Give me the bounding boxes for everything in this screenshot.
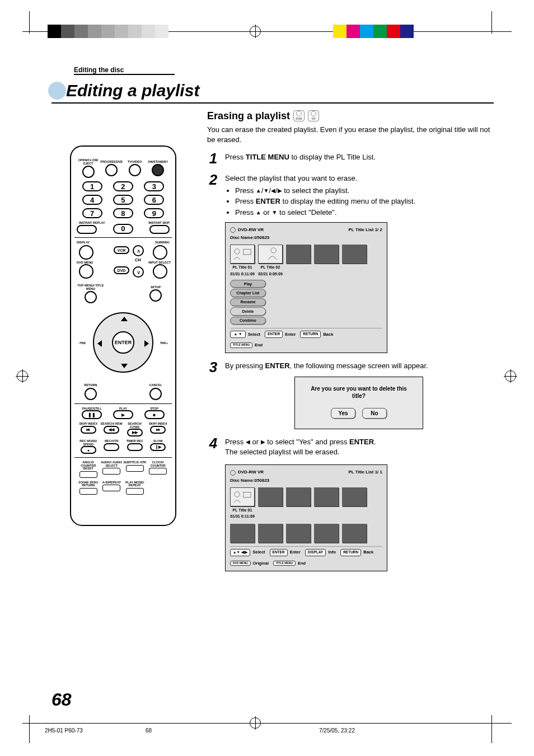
menu-combine: Combine	[230, 317, 266, 325]
footer-page: 68	[146, 727, 152, 734]
empty-slot	[286, 524, 311, 543]
digit-1: 1	[82, 181, 102, 191]
digit-0: 0	[113, 224, 133, 234]
empty-slot	[286, 487, 311, 506]
menu-delete: Delete	[230, 307, 266, 315]
instant-skip-button	[149, 225, 170, 234]
top-menu-button	[85, 291, 97, 303]
arrow-up-icon: ▲	[256, 209, 261, 217]
legend-return: RETURN	[340, 549, 361, 556]
arrow-right-icon: ▶	[261, 438, 265, 446]
empty-slot	[258, 524, 283, 543]
legend-title-menu: TITLE MENU	[273, 561, 296, 566]
dvd-menu-button	[79, 264, 93, 279]
btn-label: RETURN	[84, 384, 97, 387]
title-bullet-icon	[48, 82, 66, 100]
dialog-no-button: No	[362, 408, 387, 419]
step-number: 3	[207, 360, 219, 429]
discname-label: Disc Name:	[230, 235, 255, 240]
digit-3: 3	[144, 181, 164, 191]
arrow-down-icon: ▼	[272, 209, 278, 217]
pl-title-list-panel: DVD-RW VR PL Title List 1/ 2 Disc Name:0…	[225, 222, 387, 354]
disc-icon	[230, 227, 236, 233]
crop-line	[22, 723, 512, 724]
btn-label: PROGRESSIVE	[100, 161, 123, 164]
trk-plus-label: TRK+	[158, 342, 170, 345]
step-body: Select the playlist that you want to era…	[225, 172, 493, 353]
arrow-up-icon: ▲	[256, 187, 261, 195]
step-number: 4	[207, 436, 219, 571]
ffwd-button: ▶▶	[127, 429, 143, 436]
arrow-left-icon: ◀	[246, 438, 250, 446]
slow-button: ❙▶	[150, 443, 166, 451]
zoom-button	[79, 488, 97, 495]
rec-button	[104, 443, 119, 451]
intro-text: You can erase the created playlist. Even…	[207, 125, 493, 144]
btn-label: SLOW	[153, 440, 163, 443]
digit-6: 6	[144, 195, 164, 205]
btn-label: SEARCH/ F.FWD	[123, 422, 147, 429]
menu-play: Play	[230, 280, 266, 288]
legend-enter: ENTER	[270, 549, 288, 556]
disc-format: DVD-RW VR	[238, 469, 264, 476]
btn-label: INSTANT SKIP	[139, 222, 170, 225]
thumb-ts: 01/31 0:11:09	[230, 271, 255, 276]
trk-minus-label: -TRK	[77, 342, 88, 345]
disc-format: DVD-RW VR	[238, 227, 264, 233]
btn-label: SEARCH/ REW	[101, 422, 123, 426]
step-number: 1	[207, 151, 219, 166]
playlist-thumbnail	[258, 245, 283, 264]
play-button: ▶	[113, 410, 133, 419]
breadcrumb: Editing the disc	[74, 66, 124, 74]
step-3: 3 By pressing ENTER, the following messa…	[207, 360, 493, 429]
arrow-right-icon	[144, 340, 149, 347]
thumb-ts: 01/31 0:11:09	[230, 514, 255, 519]
digit-2: 2	[113, 181, 133, 191]
btn-label: AUDIO/ AUDIO SELECT	[100, 461, 124, 467]
playlist-thumbnail	[230, 487, 255, 506]
btn-label: ON/STANDBY	[148, 161, 168, 164]
digit-5: 5	[113, 195, 133, 205]
return-button	[85, 388, 97, 400]
btn-label: ZOOM/ ZERO RETURN	[77, 481, 100, 487]
list-info: PL Title List 1/ 2	[348, 227, 382, 233]
crop-mark	[29, 11, 30, 34]
ab-repeat-button	[102, 485, 120, 491]
discname: 050823	[255, 478, 270, 483]
disc-vr-icon: VR	[308, 110, 319, 121]
step-body: Press ◀ or ▶ to select "Yes" and press E…	[225, 436, 493, 571]
svg-rect-0	[231, 245, 254, 263]
svg-rect-3	[259, 245, 282, 263]
standby-button	[152, 164, 164, 176]
empty-slot	[314, 245, 339, 264]
thumb-title: PL Title 02	[258, 265, 283, 270]
btn-label: DUBBING	[155, 241, 170, 245]
empty-slot	[258, 487, 283, 506]
btn-label: PLAY MODE/ REPEAT	[123, 481, 147, 487]
thumb-ts: 02/21 0:05:09	[258, 271, 283, 276]
context-menu: Play Chapter List Rename Delete Combine	[230, 280, 266, 325]
empty-slot	[230, 524, 255, 543]
stop-button: ■	[144, 410, 165, 419]
btn-label: A-B/REPEAT	[102, 481, 121, 485]
enter-button: ENTER	[112, 331, 134, 354]
confirm-dialog: Are you sure you want to delete this tit…	[294, 377, 423, 430]
playlist-thumbnail	[230, 245, 255, 264]
input-select-button	[153, 264, 167, 279]
pl-title-list-panel-after: DVD-RW VR PL Title List 1/ 1 Disc Name:0…	[225, 464, 387, 571]
audio-button	[102, 468, 120, 475]
empty-slot	[342, 245, 367, 264]
skip-next-button: ⏭	[150, 426, 166, 434]
empty-slot	[286, 245, 311, 264]
btn-label: REC/OTR	[105, 440, 119, 443]
btn-label: SKIP/ INDEX	[79, 422, 97, 426]
thumb-title: PL Title 01	[230, 508, 255, 513]
dvd-button: DVD	[114, 266, 129, 274]
cancel-button	[149, 388, 162, 400]
btn-label: SKIP/ INDEX	[149, 422, 167, 426]
btn-label: SUBTITLE/ ATR	[123, 461, 146, 464]
btn-label: REC MODE/ SPEED	[77, 440, 100, 446]
dialog-yes-button: Yes	[331, 408, 355, 419]
arrow-left-icon: ◀	[271, 187, 275, 195]
digit-7: 7	[82, 208, 102, 218]
